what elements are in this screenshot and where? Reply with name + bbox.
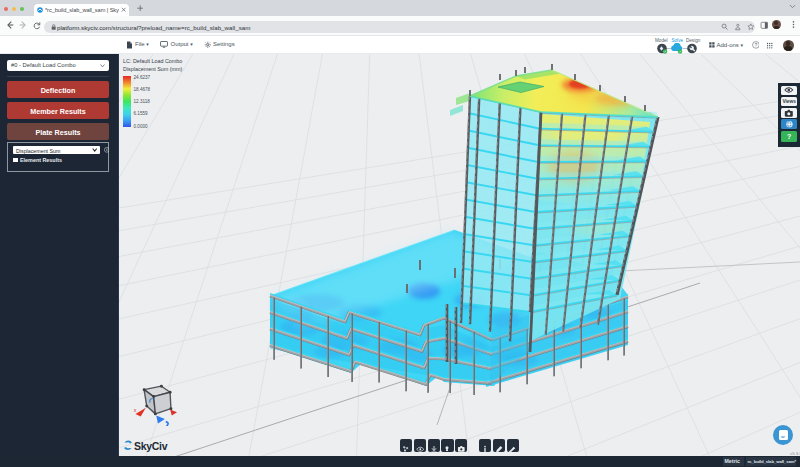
svg-text:?: ?	[754, 43, 757, 48]
svg-text:x: x	[134, 407, 137, 413]
svg-text:i: i	[106, 148, 107, 152]
